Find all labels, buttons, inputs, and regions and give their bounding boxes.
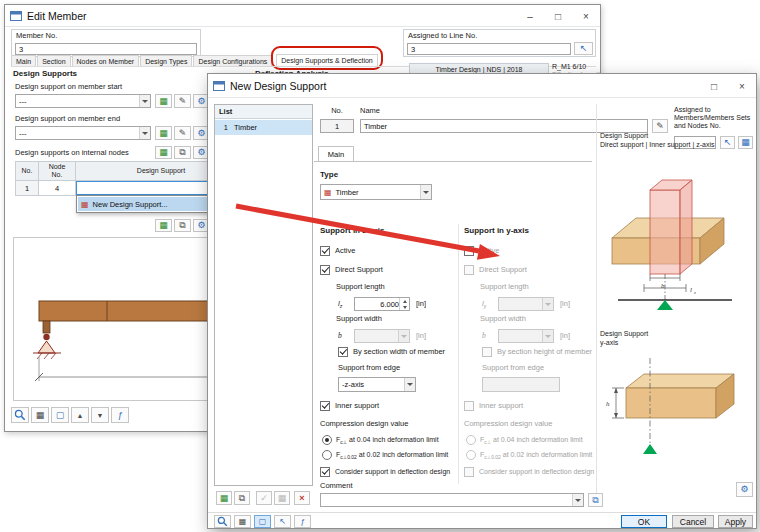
y-by-section-label: By section height of member	[497, 348, 592, 357]
dialog-titlebar[interactable]: New Design Support	[208, 74, 756, 98]
z-edge-select[interactable]: -z-axis	[338, 377, 416, 392]
list-item-timber[interactable]: 1 Timber	[215, 120, 312, 135]
pick-mode-button[interactable]: ↖	[274, 515, 291, 528]
preview-z-subtitle: Direct support | Inner support | z-axis	[600, 141, 715, 149]
support-start-label: Design support on member start	[15, 83, 122, 92]
support-list-panel: List 1 Timber	[214, 104, 313, 486]
chevron-down-icon	[572, 494, 583, 506]
z-active-checkbox[interactable]	[320, 246, 330, 256]
svg-text:h: h	[606, 400, 610, 408]
copy-icon: ⧉	[239, 494, 245, 503]
y-length-symbol: ly	[482, 300, 486, 309]
edit-member-titlebar[interactable]: Edit Member	[5, 5, 600, 27]
z-edge-label: Support from edge	[338, 364, 400, 373]
support-start-select[interactable]: ---	[15, 94, 151, 108]
gear-icon: ⚙	[197, 148, 205, 157]
function-button[interactable]: ƒ	[111, 407, 129, 423]
rename-button[interactable]: ✎	[652, 119, 668, 133]
z-axis-preview-image: b l z	[600, 154, 750, 314]
chevron-down-icon	[398, 330, 409, 342]
insert-row-button[interactable]: ▦	[155, 219, 172, 232]
comment-select[interactable]	[320, 493, 584, 507]
comment-label: Comment	[320, 482, 353, 491]
copy-icon: ⧉	[179, 148, 185, 157]
function-button[interactable]: ƒ	[294, 515, 311, 528]
zoom-button[interactable]	[214, 515, 231, 528]
delete-list-item-button[interactable]: ×	[294, 491, 310, 505]
support-end-select[interactable]: ---	[15, 126, 151, 140]
chevron-down-icon	[542, 330, 553, 342]
z-width-symbol: b	[338, 332, 342, 341]
z-deflection-label: Consider support in deflection design	[335, 468, 450, 476]
z-length-spinner[interactable]	[399, 298, 409, 310]
z-by-section-checkbox[interactable]	[338, 347, 348, 357]
type-select[interactable]: ▦ Timber	[320, 184, 432, 200]
y-radio-004	[466, 435, 476, 445]
new-list-item-button[interactable]: ▦	[216, 491, 232, 505]
y-axis-preview-image: h	[600, 352, 750, 464]
table-view-button[interactable]: ▦	[31, 407, 49, 423]
assigned-line-label: Assigned to Line No.	[408, 32, 477, 41]
pick-line-button[interactable]: ↖	[574, 42, 593, 55]
pick-icon: ↖	[279, 518, 286, 526]
cancel-button[interactable]: Cancel	[672, 515, 714, 528]
filter-items-button[interactable]: ▦	[274, 491, 290, 505]
y-deflection-label: Consider support in deflection design	[479, 468, 594, 476]
new-support-start-button[interactable]: ▦	[155, 94, 172, 108]
dialog-title: New Design Support	[230, 80, 326, 92]
close-button[interactable]: ×	[728, 74, 756, 98]
maximize-button[interactable]: □	[700, 74, 728, 98]
tab-design-supports-deflection[interactable]: Design Supports & Deflection	[276, 54, 377, 66]
table-view-button[interactable]: ▦	[234, 515, 251, 528]
z-radio-004[interactable]	[322, 435, 332, 445]
z-radio-002[interactable]	[322, 450, 332, 460]
layout-button[interactable]: ▢	[51, 407, 69, 423]
y-active-label: Active	[479, 247, 499, 256]
tab-main[interactable]: Main	[318, 146, 354, 161]
assigned-line-group: Assigned to Line No. 3 ↖	[403, 29, 596, 57]
table-row-node[interactable]: 4	[38, 180, 76, 196]
zoom-button[interactable]	[11, 407, 29, 423]
z-radio-002-label: Fc⊥0.02 at 0.02 inch deformation limit	[336, 451, 448, 460]
duplicate-row-button[interactable]: ⧉	[174, 219, 191, 232]
assigned-table-button[interactable]: ▦	[738, 136, 753, 149]
copy-row-button[interactable]: ⧉	[174, 146, 191, 159]
edit-support-end-button[interactable]: ✎	[174, 126, 191, 140]
gear-icon: ⚙	[197, 97, 205, 106]
preview-z-title: Design Support	[600, 132, 648, 140]
z-inner-checkbox[interactable]	[320, 401, 330, 411]
comment-browse-button[interactable]: ⧉	[588, 493, 603, 507]
name-input[interactable]: Timber	[360, 119, 648, 133]
internal-nodes-label: Design supports on internal nodes	[15, 149, 129, 158]
col-header-node: NodeNo.	[38, 161, 76, 181]
add-row-button[interactable]: ▦	[155, 146, 172, 159]
new-icon: ▦	[159, 129, 168, 138]
move-up-button[interactable]: ▲	[71, 407, 89, 423]
chevron-down-icon	[420, 185, 431, 199]
type-label: Type	[320, 170, 338, 179]
assigned-line-input[interactable]: 3	[407, 43, 571, 55]
ok-button[interactable]: OK	[621, 515, 667, 528]
y-active-checkbox[interactable]	[464, 246, 474, 256]
assigned-pick-button[interactable]: ↖	[720, 136, 735, 149]
z-length-input[interactable]: 6.000	[354, 297, 410, 311]
display-options-button[interactable]: ⚙	[736, 482, 753, 497]
z-deflection-checkbox[interactable]	[320, 467, 330, 477]
y-edge-field	[482, 377, 560, 392]
edit-support-start-button[interactable]: ✎	[174, 94, 191, 108]
close-button[interactable]: ×	[572, 5, 600, 27]
move-down-button[interactable]: ▼	[91, 407, 109, 423]
check-items-button[interactable]: ✓	[256, 491, 272, 505]
selection-mode-button[interactable]: ▢	[254, 515, 271, 528]
new-support-end-button[interactable]: ▦	[155, 126, 172, 140]
copy-list-item-button[interactable]: ⧉	[234, 491, 250, 505]
z-title: Support in z-axis	[320, 226, 384, 235]
z-active-label: Active	[335, 247, 355, 256]
z-direct-checkbox[interactable]	[320, 265, 330, 275]
minimize-button[interactable]: –	[516, 5, 544, 27]
apply-button[interactable]: Apply	[718, 515, 753, 528]
new-design-support-dialog: New Design Support □ × List 1 Timber ▦ ⧉…	[207, 73, 757, 529]
z-length-symbol: lz	[338, 300, 342, 309]
maximize-button[interactable]: □	[544, 5, 572, 27]
table-row-no[interactable]: 1	[15, 180, 39, 196]
